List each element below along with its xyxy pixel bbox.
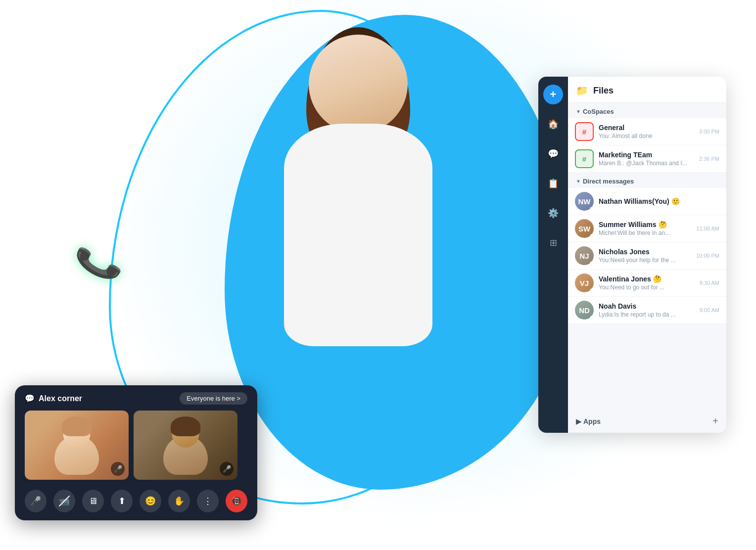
- participant1-mic: 🎤: [111, 462, 125, 476]
- apps-label[interactable]: ▶ Apps: [576, 417, 601, 425]
- noah-name: Noah Davis: [599, 302, 695, 310]
- dm-valentina[interactable]: VJ Valentina Jones 🤔 You:Need to go out …: [568, 270, 726, 297]
- nathan-emoji: 🙂: [671, 197, 680, 205]
- channel-general[interactable]: # General You: Almost all done 3:00 PM: [568, 118, 726, 145]
- nicholas-time: 10:00 PM: [696, 253, 719, 259]
- emoji-button[interactable]: 😊: [140, 490, 161, 512]
- add-button[interactable]: +: [543, 85, 563, 104]
- cospaces-section-header[interactable]: ▼ CoSpaces: [568, 103, 726, 118]
- sidebar-icon-column: + 🏠 💬 📋 ⚙️ ⊞: [538, 77, 568, 433]
- video-thumb-1: 🎤: [25, 411, 129, 480]
- cospaces-triangle-icon: ▼: [576, 109, 581, 114]
- participant2-mic: 🎤: [220, 462, 234, 476]
- screen-share-button[interactable]: 🖥: [82, 490, 104, 512]
- upload-button[interactable]: ⬆: [111, 490, 133, 512]
- valentina-info: Valentina Jones 🤔 You:Need to go out for…: [599, 275, 695, 291]
- grid-icon: ⊞: [550, 237, 557, 248]
- nicholas-preview: You:Need your help for the ...: [599, 257, 691, 264]
- channel-marketing[interactable]: # Marketing TEam Maren B.: @Jack Thomas …: [568, 145, 726, 173]
- video-thumb-2: 🎤: [134, 411, 237, 480]
- dm-nicholas[interactable]: NJ Nicholas Jones You:Need your help for…: [568, 242, 726, 270]
- grid-button[interactable]: ⊞: [543, 233, 563, 253]
- dm-triangle-icon: ▼: [576, 179, 581, 184]
- apps-section: ▶ Apps +: [568, 410, 726, 433]
- dm-nathan[interactable]: NW Nathan Williams(You) 🙂: [568, 188, 726, 215]
- marketing-hash-icon: #: [582, 155, 586, 163]
- raise-hand-button[interactable]: ✋: [168, 490, 190, 512]
- mic-icon-1: 🎤: [114, 465, 122, 473]
- settings-icon: ⚙️: [548, 208, 559, 219]
- valentina-preview: You:Need to go out for ...: [599, 284, 695, 291]
- valentina-time: 9:30 AM: [700, 280, 719, 286]
- summer-name: Summer Williams 🤔: [599, 221, 692, 229]
- files-header: 📁 Files: [568, 77, 726, 103]
- valentina-name: Valentina Jones 🤔: [599, 275, 695, 283]
- call-title: 💬 Alex corner: [25, 394, 82, 403]
- chat-main-content: 📁 Files ▼ CoSpaces # General You: Almost…: [568, 77, 726, 433]
- nicholas-avatar: NJ: [575, 246, 594, 265]
- marketing-avatar: #: [575, 149, 594, 168]
- nathan-name: Nathan Williams(You) 🙂: [599, 197, 719, 205]
- call-controls: 🎤 📹 🖥 ⬆ 😊 ✋ ⋮ 📵: [15, 486, 257, 512]
- more-options-button[interactable]: ⋮: [197, 490, 219, 512]
- general-preview: You: Almost all done: [599, 133, 694, 139]
- nicholas-name: Nicholas Jones: [599, 248, 691, 256]
- nicholas-online-dot: [590, 261, 594, 265]
- valentina-avatar: VJ: [575, 274, 594, 292]
- nathan-online-dot: [590, 207, 594, 211]
- dm-section-header[interactable]: ▼ Direct messages: [568, 173, 726, 188]
- noah-preview: Lydia:Is the report up to da ...: [599, 311, 695, 318]
- general-time: 3:00 PM: [699, 129, 719, 135]
- marketing-info: Marketing TEam Maren B.: @Jack Thomas an…: [599, 151, 694, 167]
- chat-button[interactable]: 💬: [543, 144, 563, 164]
- general-info: General You: Almost all done: [599, 124, 694, 139]
- valentina-online-dot: [590, 288, 594, 292]
- general-name: General: [599, 124, 694, 132]
- camera-icon: 📹: [59, 496, 70, 506]
- cospaces-label: CoSpaces: [583, 108, 614, 115]
- video-call-card: 💬 Alex corner Everyone is here > 🎤 🎤: [15, 385, 257, 520]
- summer-time: 11:00 AM: [697, 226, 719, 231]
- apps-add-button[interactable]: +: [712, 415, 718, 427]
- home-button[interactable]: 🏠: [543, 114, 563, 134]
- summer-online-dot: [590, 234, 594, 238]
- mic-button[interactable]: 🎤: [25, 490, 47, 512]
- everyone-is-here-badge[interactable]: Everyone is here >: [180, 392, 247, 405]
- home-icon: 🏠: [548, 119, 559, 130]
- general-hash-icon: #: [582, 128, 586, 136]
- chat-icon: 💬: [548, 148, 559, 159]
- dm-label: Direct messages: [583, 178, 634, 185]
- files-button[interactable]: 📋: [543, 174, 563, 193]
- person-hair: [306, 27, 410, 166]
- person-torso: [284, 124, 432, 346]
- camera-button[interactable]: 📹: [53, 490, 75, 512]
- nathan-avatar: NW: [575, 192, 594, 211]
- video-thumbnails: 🎤 🎤: [15, 411, 257, 486]
- folder-icon: 📁: [576, 85, 588, 96]
- person-background-blob: [225, 15, 571, 490]
- general-avatar: #: [575, 122, 594, 141]
- noah-online-dot: [590, 316, 594, 320]
- summer-avatar: SW: [575, 219, 594, 238]
- marketing-name: Marketing TEam: [599, 151, 694, 159]
- dm-summer[interactable]: SW Summer Williams 🤔 Michel:Will be ther…: [568, 215, 726, 242]
- chat-panel: + 🏠 💬 📋 ⚙️ ⊞ 📁 Files ▼ CoSpaces: [538, 77, 726, 433]
- mic-icon-2: 🎤: [223, 465, 231, 473]
- noah-avatar: ND: [575, 301, 594, 320]
- valentina-emoji: 🤔: [653, 275, 662, 283]
- summer-preview: Michel:Will be there in an...: [599, 229, 692, 236]
- summer-emoji: 🤔: [659, 221, 667, 229]
- settings-button[interactable]: ⚙️: [543, 203, 563, 223]
- person-head: [309, 35, 408, 134]
- call-title-icon: 💬: [25, 394, 35, 403]
- dm-noah[interactable]: ND Noah Davis Lydia:Is the report up to …: [568, 297, 726, 324]
- noah-info: Noah Davis Lydia:Is the report up to da …: [599, 302, 695, 318]
- files-icon: 📋: [548, 178, 559, 189]
- marketing-time: 2:36 PM: [699, 156, 719, 162]
- marketing-preview: Maren B.: @Jack Thomas and I...: [599, 160, 694, 167]
- nathan-info: Nathan Williams(You) 🙂: [599, 197, 719, 205]
- end-call-button[interactable]: 📵: [226, 490, 247, 512]
- files-title: Files: [593, 86, 614, 96]
- apps-triangle-icon: ▶: [576, 417, 581, 425]
- nicholas-info: Nicholas Jones You:Need your help for th…: [599, 248, 691, 264]
